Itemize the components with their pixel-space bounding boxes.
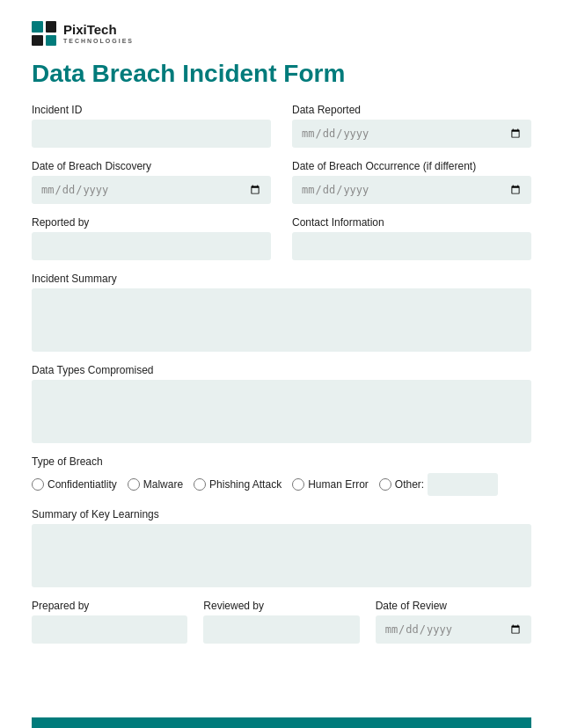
date-review-field: Date of Review [376,600,531,644]
reviewed-by-label: Reviewed by [203,600,359,612]
label-phishing: Phishing Attack [209,478,282,491]
breach-option-other[interactable]: Other: [379,473,498,496]
radio-malware[interactable] [128,478,140,491]
label-malware: Malware [143,478,183,491]
data-reported-input[interactable] [292,120,531,148]
data-types-label: Data Types Compromised [32,364,531,376]
footer-bar [32,717,531,728]
prepared-by-input[interactable] [32,615,187,644]
logo-title: PixiTech [63,23,134,38]
incident-summary-field: Incident Summary [32,273,531,352]
row-breach-dates: Date of Breach Discovery Date of Breach … [32,160,531,204]
logo-sq-teal-1 [32,21,43,33]
data-types-textarea[interactable] [32,380,531,443]
page-title: Data Breach Incident Form [32,60,531,88]
incident-id-field: Incident ID [32,104,271,148]
logo-subtitle: TECHNOLOGIES [63,38,134,44]
breach-option-human-error[interactable]: Human Error [292,478,369,491]
logo-sq-teal-2 [46,35,57,47]
reported-by-label: Reported by [32,216,271,229]
label-confidentiality: Confidentiatlity [48,478,117,491]
row-reported-contact: Reported by Contact Information [32,216,531,260]
summary-learnings-textarea[interactable] [32,524,531,587]
logo-area: PixiTech TECHNOLOGIES [32,21,531,46]
contact-info-label: Contact Information [292,216,531,229]
contact-info-field: Contact Information [292,216,531,260]
date-breach-discovery-label: Date of Breach Discovery [32,160,271,172]
label-other: Other: [395,478,424,491]
date-breach-discovery-input[interactable] [32,176,271,204]
logo-text: PixiTech TECHNOLOGIES [63,23,134,44]
incident-id-label: Incident ID [32,104,271,116]
contact-info-input[interactable] [292,232,531,260]
other-input[interactable] [428,473,498,496]
reported-by-field: Reported by [32,216,271,260]
incident-id-input[interactable] [32,120,271,148]
radio-other[interactable] [379,478,391,491]
date-breach-occurrence-field: Date of Breach Occurrence (if different) [292,160,531,204]
reviewed-by-field: Reviewed by [203,600,359,644]
breach-type-options: Confidentiatlity Malware Phishing Attack… [32,473,531,496]
reviewed-by-input[interactable] [203,615,359,644]
summary-learnings-label: Summary of Key Learnings [32,508,531,521]
date-breach-occurrence-label: Date of Breach Occurrence (if different) [292,160,531,172]
prepared-by-field: Prepared by [32,600,187,644]
date-review-label: Date of Review [376,600,531,612]
label-human-error: Human Error [308,478,369,491]
data-reported-field: Data Reported [292,104,531,148]
summary-learnings-field: Summary of Key Learnings [32,508,531,587]
reported-by-input[interactable] [32,232,271,260]
radio-human-error[interactable] [292,478,304,491]
data-types-field: Data Types Compromised [32,364,531,443]
date-review-input[interactable] [376,615,531,644]
breach-type-label: Type of Breach [32,455,531,468]
date-breach-occurrence-input[interactable] [292,176,531,204]
breach-type-section: Type of Breach Confidentiatlity Malware … [32,455,531,496]
breach-option-malware[interactable]: Malware [128,478,183,491]
incident-summary-textarea[interactable] [32,288,531,352]
prepared-by-label: Prepared by [32,600,187,612]
date-breach-discovery-field: Date of Breach Discovery [32,160,271,204]
radio-confidentiality[interactable] [32,478,44,491]
row-incident-data-reported: Incident ID Data Reported [32,104,531,148]
radio-phishing[interactable] [194,478,206,491]
bottom-row: Prepared by Reviewed by Date of Review [32,600,531,644]
data-reported-label: Data Reported [292,104,531,116]
breach-option-confidentiality[interactable]: Confidentiatlity [32,478,117,491]
logo-sq-dark-2 [32,35,43,47]
logo-icon [32,21,56,46]
logo-sq-dark-1 [46,21,57,33]
incident-summary-label: Incident Summary [32,273,531,285]
breach-option-phishing[interactable]: Phishing Attack [194,478,282,491]
